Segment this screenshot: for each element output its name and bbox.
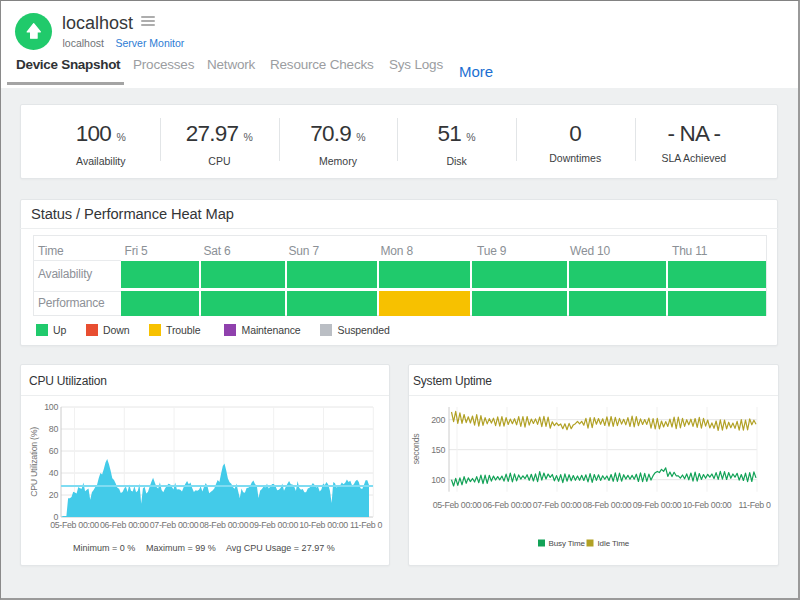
svg-text:10-Feb 00:00: 10-Feb 00:00 [299, 520, 348, 530]
svg-text:100: 100 [431, 475, 445, 485]
svg-text:08-Feb 00:00: 08-Feb 00:00 [200, 520, 249, 530]
svg-text:Busy Time: Busy Time [548, 539, 585, 548]
svg-text:09-Feb 00:00: 09-Feb 00:00 [249, 520, 298, 530]
svg-text:06-Feb 00:00: 06-Feb 00:00 [100, 520, 149, 530]
svg-text:80: 80 [49, 424, 59, 434]
svg-text:11-Feb 0: 11-Feb 0 [738, 500, 771, 510]
svg-text:Minimum = 0 %: Minimum = 0 % [73, 543, 135, 553]
svg-text:Maximum = 99 %: Maximum = 99 % [146, 543, 216, 553]
svg-text:09-Feb 00:00: 09-Feb 00:00 [632, 500, 681, 510]
svg-text:seconds: seconds [411, 433, 421, 465]
svg-text:CPU Utilization (%): CPU Utilization (%) [29, 427, 39, 497]
svg-text:10-Feb 00:00: 10-Feb 00:00 [682, 500, 731, 510]
svg-text:07-Feb 00:00: 07-Feb 00:00 [532, 500, 581, 510]
svg-text:07-Feb 00:00: 07-Feb 00:00 [150, 520, 199, 530]
svg-text:11-Feb 0: 11-Feb 0 [350, 520, 383, 530]
svg-text:150: 150 [431, 445, 445, 455]
svg-text:60: 60 [49, 446, 59, 456]
svg-text:06-Feb 00:00: 06-Feb 00:00 [482, 500, 531, 510]
svg-text:100: 100 [44, 402, 58, 412]
svg-text:05-Feb 00:00: 05-Feb 00:00 [432, 500, 481, 510]
svg-text:20: 20 [49, 490, 59, 500]
svg-text:Avg CPU Usage = 27.97 %: Avg CPU Usage = 27.97 % [226, 543, 335, 553]
svg-text:40: 40 [49, 468, 59, 478]
svg-text:08-Feb 00:00: 08-Feb 00:00 [582, 500, 631, 510]
svg-text:200: 200 [431, 415, 445, 425]
svg-text:05-Feb 00:00: 05-Feb 00:00 [50, 520, 99, 530]
svg-text:Idle Time: Idle Time [597, 539, 629, 548]
